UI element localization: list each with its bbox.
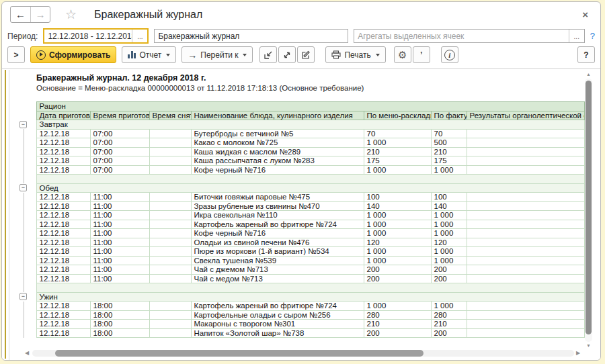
cell-time[interactable]: 11:00	[90, 220, 149, 229]
cell-menu-grams[interactable]: 100	[364, 193, 431, 202]
cell-date[interactable]: 12.12.18	[36, 265, 90, 275]
aggregates-input[interactable]: Агрегаты выделенных ячеек ...	[354, 29, 585, 43]
cell-dish-name[interactable]: Оладьи из свиной печени №476	[191, 238, 364, 247]
cell-removal-time[interactable]	[149, 138, 191, 148]
cell-date[interactable]: 12.12.18	[36, 211, 90, 220]
collapse-group-icon[interactable]: −	[19, 121, 27, 128]
cell-fact-grams[interactable]: 210	[431, 147, 467, 156]
column-header-cell[interactable]: Результаты органолептической оценки блюд…	[467, 111, 584, 120]
cell-menu-grams[interactable]: 1 000	[364, 229, 431, 238]
cell-removal-time[interactable]	[149, 247, 191, 257]
cell-result[interactable]	[467, 302, 584, 311]
info-button[interactable]: i	[441, 46, 458, 63]
cell-fact-grams[interactable]: 1 000	[431, 302, 467, 311]
cell-fact-grams[interactable]: 1 000	[431, 220, 467, 229]
cell-removal-time[interactable]	[149, 165, 191, 175]
spreadsheet[interactable]: Бракеражный журнал. 12 декабря 2018 г. О…	[9, 70, 593, 360]
cell-date[interactable]: 12.12.18	[36, 310, 90, 320]
cell-dish-name[interactable]: Картофельные оладьи с сыром №256	[191, 310, 364, 320]
hscroll-track[interactable]	[32, 350, 574, 357]
cell-result[interactable]	[467, 310, 584, 320]
column-header-cell[interactable]: Дата приготовления	[36, 111, 90, 120]
cell-menu-grams[interactable]: 1 000	[364, 256, 431, 265]
cell-date[interactable]: 12.12.18	[36, 229, 90, 238]
cell-menu-grams[interactable]: 210	[364, 147, 431, 156]
cell-result[interactable]	[467, 156, 584, 166]
cell-fact-grams[interactable]: 1 000	[431, 229, 467, 238]
cell-dish-name[interactable]: Макароны с творогом №301	[191, 320, 364, 329]
cell-fact-grams[interactable]: 500	[431, 138, 467, 148]
cell-date[interactable]: 12.12.18	[36, 201, 90, 211]
cell-removal-time[interactable]	[149, 220, 191, 229]
aggregates-picker-button[interactable]: ...	[569, 30, 584, 42]
close-icon[interactable]: ×	[582, 9, 588, 20]
cell-removal-time[interactable]	[149, 274, 191, 283]
cell-dish-name[interactable]: Бутерброды с ветчиной №5	[191, 129, 364, 138]
settings-button[interactable]: ⚙	[394, 46, 411, 63]
cell-fact-grams[interactable]: 1 000	[431, 211, 467, 220]
cell-time[interactable]: 07:00	[90, 156, 149, 166]
cell-fact-grams[interactable]: 100	[431, 193, 467, 202]
cell-menu-grams[interactable]: 140	[364, 201, 431, 211]
cell-menu-grams[interactable]: 120	[364, 238, 431, 247]
cell-fact-grams[interactable]: 120	[431, 238, 467, 247]
collapse-group-icon[interactable]: −	[19, 293, 27, 300]
cell-date[interactable]: 12.12.18	[36, 147, 90, 156]
cell-time[interactable]: 11:00	[90, 201, 149, 211]
cell-menu-grams[interactable]: 1 000	[364, 220, 431, 229]
cell-removal-time[interactable]	[149, 302, 191, 311]
cell-dish-name[interactable]: Напиток «Золотой шар» №738	[191, 328, 364, 338]
cell-dish-name[interactable]: Картофель жареный во фритюре №724	[191, 302, 364, 311]
cell-time[interactable]: 11:00	[90, 256, 149, 265]
report-menu-button[interactable]: Отчет	[122, 46, 176, 63]
cell-dish-name[interactable]: Картофель жареный во фритюре №724	[191, 220, 364, 229]
back-button[interactable]: ←	[11, 7, 30, 22]
cell-dish-name[interactable]: Свекла тушеная №539	[191, 256, 364, 265]
cell-result[interactable]	[467, 138, 584, 148]
cell-removal-time[interactable]	[149, 156, 191, 166]
cell-result[interactable]	[467, 265, 584, 275]
cell-removal-time[interactable]	[149, 238, 191, 247]
cell-result[interactable]	[467, 247, 584, 257]
cell-fact-grams[interactable]: 1 000	[431, 165, 467, 175]
cell-fact-grams[interactable]: 1 000	[431, 247, 467, 257]
cell-fact-grams[interactable]: 175	[431, 156, 467, 166]
cell-result[interactable]	[467, 147, 584, 156]
column-header-cell[interactable]: По факту, гр.	[431, 111, 467, 120]
cell-dish-name[interactable]: Икра свекольная №110	[191, 211, 364, 220]
cell-removal-time[interactable]	[149, 310, 191, 320]
cell-menu-grams[interactable]: 175	[364, 156, 431, 166]
cell-result[interactable]	[467, 211, 584, 220]
vscroll-thumb[interactable]	[586, 81, 592, 334]
cell-menu-grams[interactable]: 1 000	[364, 211, 431, 220]
cell-dish-name[interactable]: Каша рассыпчатая с луком №283	[191, 156, 364, 166]
scroll-up-icon[interactable]: ▲	[585, 71, 592, 78]
horizontal-scrollbar[interactable]: ◀ ▶	[25, 349, 581, 357]
report-name-input[interactable]: Бракеражный журнал	[154, 29, 348, 43]
collapse-group-icon[interactable]: −	[19, 184, 27, 191]
cell-removal-time[interactable]	[149, 256, 191, 265]
cell-menu-grams[interactable]: 200	[364, 328, 431, 338]
cell-dish-name[interactable]: Каша жидкая с маслом №289	[191, 147, 364, 156]
cell-fact-grams[interactable]: 70	[431, 129, 467, 138]
cell-date[interactable]: 12.12.18	[36, 165, 90, 175]
cell-removal-time[interactable]	[149, 201, 191, 211]
group-header-cell[interactable]: Завтрак	[36, 120, 584, 130]
cell-result[interactable]	[467, 274, 584, 283]
cell-date[interactable]: 12.12.18	[36, 274, 90, 283]
cell-menu-grams[interactable]: 1 000	[364, 302, 431, 311]
cell-date[interactable]: 12.12.18	[36, 256, 90, 265]
favorite-star-icon[interactable]: ☆	[65, 7, 77, 22]
cell-dish-name[interactable]: Чай с джемом №713	[191, 265, 364, 275]
cell-time[interactable]: 18:00	[90, 310, 149, 320]
cell-fact-grams[interactable]: 200	[431, 265, 467, 275]
cell-time[interactable]: 07:00	[90, 129, 149, 138]
cell-dish-name[interactable]: Пюре из моркови (1-й вариант) №534	[191, 247, 364, 257]
cell-time[interactable]: 18:00	[90, 302, 149, 311]
cell-removal-time[interactable]	[149, 129, 191, 138]
aggregates-help-link[interactable]: ?	[590, 31, 595, 41]
generate-button[interactable]: Сформировать	[30, 46, 116, 63]
cell-date[interactable]: 12.12.18	[36, 193, 90, 202]
cell-removal-time[interactable]	[149, 265, 191, 275]
column-header-cell[interactable]: Наименование блюда, кулинарного изделия	[191, 111, 364, 120]
